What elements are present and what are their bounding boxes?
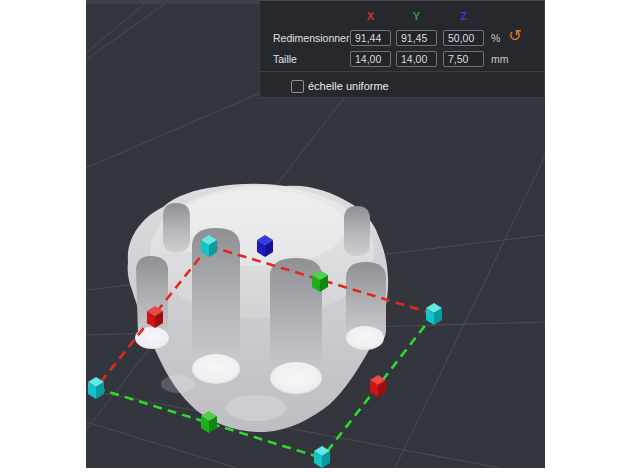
size-row-label: Taille bbox=[273, 53, 297, 65]
scale-row-label: Redimensionner bbox=[273, 32, 349, 44]
scale-y-input[interactable] bbox=[396, 30, 437, 46]
slicer-window: X Y Z Redimensionner % ↺ Taille mm échel… bbox=[0, 0, 628, 472]
size-y-input[interactable] bbox=[396, 51, 437, 67]
scale-tool-panel: X Y Z Redimensionner % ↺ Taille mm échel… bbox=[259, 0, 545, 98]
axis-header-z: Z bbox=[443, 10, 484, 22]
scale-x-input[interactable] bbox=[350, 30, 391, 46]
panel-divider bbox=[260, 71, 544, 72]
axis-header-x: X bbox=[350, 10, 391, 22]
reset-scale-icon[interactable]: ↺ bbox=[505, 26, 525, 46]
3d-viewport[interactable]: X Y Z Redimensionner % ↺ Taille mm échel… bbox=[86, 0, 545, 468]
mm-unit-label: mm bbox=[491, 53, 509, 65]
model-star-knob[interactable] bbox=[128, 184, 388, 432]
scale-handle-corner-right[interactable] bbox=[426, 303, 442, 325]
percent-unit-label: % bbox=[491, 32, 500, 44]
uniform-scale-label: échelle uniforme bbox=[308, 80, 389, 92]
scale-z-input[interactable] bbox=[443, 30, 484, 46]
axis-header-y: Y bbox=[396, 10, 437, 22]
size-x-input[interactable] bbox=[350, 51, 391, 67]
size-z-input[interactable] bbox=[443, 51, 484, 67]
uniform-scale-checkbox[interactable] bbox=[291, 80, 304, 93]
